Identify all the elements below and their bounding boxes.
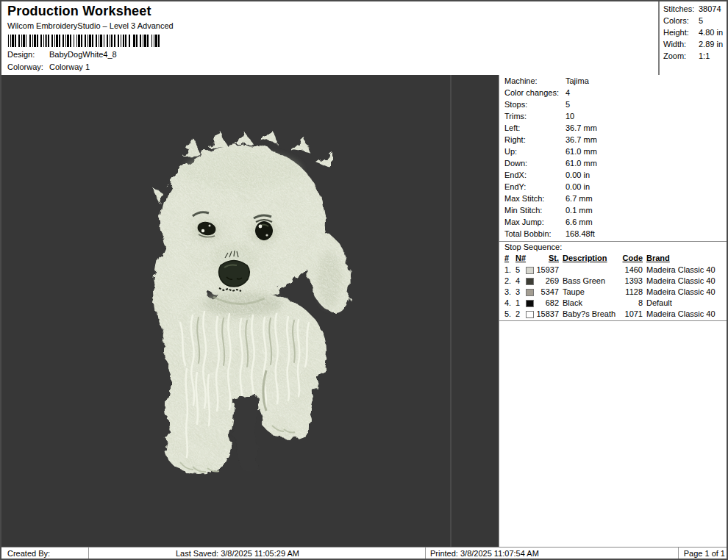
- col-code: Code: [615, 254, 643, 262]
- header: Production Worksheet Wilcom EmbroiderySt…: [1, 1, 727, 76]
- row-brand: Madeira Classic 40: [646, 276, 715, 285]
- summary-value: 1:1: [699, 51, 710, 60]
- info-row: EndX:0.00 in: [499, 170, 727, 182]
- row-needle: 4: [515, 276, 520, 285]
- row-num: 3.: [504, 287, 511, 296]
- info-value: 36.7 mm: [565, 135, 597, 144]
- info-label: Trims:: [504, 112, 527, 121]
- info-label: Stops:: [504, 100, 527, 109]
- row-description: Baby?s Breath: [563, 309, 615, 318]
- footer-divider: [88, 548, 89, 559]
- summary-value: 2.89 in: [699, 40, 723, 49]
- created-by-label: Created By:: [7, 549, 50, 558]
- stop-table-header: # N# St. Description Code Brand: [499, 254, 727, 265]
- row-code: 8: [615, 298, 643, 307]
- info-value: 168.48ft: [565, 229, 595, 238]
- summary-row: Stitches:38074: [660, 4, 728, 16]
- row-num: 4.: [504, 298, 511, 307]
- row-stitches: 5347: [532, 287, 559, 296]
- summary-row: Zoom:1:1: [660, 51, 728, 63]
- col-num: #: [504, 254, 509, 262]
- stop-table-row: 5. 2 15837 Baby?s Breath 1071 Madeira Cl…: [499, 309, 727, 320]
- summary-value: 4.80 in: [699, 28, 723, 37]
- last-saved-label: Last Saved: 3/8/2025 11:05:29 AM: [176, 549, 299, 558]
- info-value: Tajima: [565, 76, 589, 85]
- info-label: Right:: [504, 135, 526, 144]
- row-stitches: 682: [532, 298, 559, 307]
- summary-row: Colors:5: [660, 16, 728, 28]
- info-label: EndX:: [504, 170, 527, 179]
- row-brand: Madeira Classic 40: [646, 265, 715, 274]
- row-description: Bass Green: [563, 276, 605, 285]
- summary-value: 38074: [699, 4, 721, 13]
- row-needle: 3: [515, 287, 520, 296]
- row-num: 1.: [504, 265, 511, 274]
- design-canvas: [1, 75, 499, 547]
- info-row: Stops:5: [499, 100, 727, 112]
- design-value: BabyDogWhite4_8: [49, 50, 117, 59]
- info-row: Trims:10: [499, 112, 727, 123]
- info-value: 61.0 mm: [565, 147, 597, 156]
- info-label: Down:: [504, 159, 527, 168]
- info-label: Machine:: [504, 76, 538, 85]
- info-row: EndY:0.00 in: [499, 182, 727, 194]
- info-label: Min Stitch:: [504, 206, 542, 215]
- app-subtitle: Wilcom EmbroideryStudio – Level 3 Advanc…: [7, 21, 174, 30]
- summary-label: Width:: [663, 40, 686, 49]
- info-row: Total Bobbin:168.48ft: [499, 229, 727, 241]
- stop-table-row: 4. 1 682 Black 8 Default: [499, 298, 727, 309]
- stop-sequence-divider: [499, 241, 727, 242]
- row-code: 1071: [615, 309, 643, 318]
- summary-row: Height:4.80 in: [660, 28, 728, 40]
- row-stitches: 15837: [532, 309, 559, 318]
- info-row: Max Jump:6.6 mm: [499, 218, 727, 229]
- info-value: 4: [565, 88, 570, 97]
- info-value: 6.7 mm: [565, 194, 593, 203]
- row-brand: Madeira Classic 40: [646, 309, 715, 318]
- info-row: Right:36.7 mm: [499, 135, 727, 147]
- row-brand: Madeira Classic 40: [646, 287, 715, 296]
- info-label: Color changes:: [504, 88, 559, 97]
- info-value: 6.6 mm: [565, 218, 593, 226]
- summary-label: Zoom:: [663, 51, 686, 60]
- summary-value: 5: [699, 16, 703, 25]
- row-num: 5.: [504, 309, 511, 318]
- info-label: Max Jump:: [504, 218, 544, 226]
- page-number: Page 1 of 1: [663, 549, 725, 558]
- production-worksheet-page: Production Worksheet Wilcom EmbroiderySt…: [0, 0, 728, 560]
- info-value: 0.1 mm: [565, 206, 593, 215]
- summary-row: Width:2.89 in: [660, 40, 728, 51]
- stop-sequence-title: Stop Sequence:: [504, 243, 562, 251]
- row-code: 1128: [615, 287, 643, 296]
- colorway-value: Colorway 1: [49, 62, 90, 71]
- footer: Created By: Last Saved: 3/8/2025 11:05:2…: [1, 547, 727, 559]
- info-panel: Machine:Tajima Color changes:4 Stops:5 T…: [499, 75, 727, 547]
- info-row: Min Stitch:0.1 mm: [499, 206, 727, 218]
- summary-label: Colors:: [663, 16, 689, 25]
- info-value: 61.0 mm: [565, 159, 597, 168]
- info-value: 10: [565, 112, 574, 121]
- stop-table-row: 3. 3 5347 Taupe 1128 Madeira Classic 40: [499, 287, 727, 298]
- colorway-row: Colorway: Colorway 1: [1, 62, 296, 73]
- info-row: Down:61.0 mm: [499, 159, 727, 170]
- footer-divider: [425, 548, 426, 559]
- printed-label: Printed: 3/8/2025 11:07:54 AM: [430, 549, 539, 558]
- stop-table-row: 2. 4 269 Bass Green 1393 Madeira Classic…: [499, 276, 727, 287]
- info-label: Up:: [504, 147, 517, 156]
- row-description: Taupe: [563, 287, 585, 296]
- row-stitches: 15937: [532, 265, 559, 274]
- summary-box: Stitches:38074 Colors:5 Height:4.80 in W…: [658, 1, 728, 75]
- page-title: Production Worksheet: [7, 4, 151, 19]
- summary-label: Stitches:: [663, 4, 694, 13]
- design-label: Design:: [7, 50, 35, 59]
- info-row: Up:61.0 mm: [499, 147, 727, 159]
- info-label: EndY:: [504, 182, 526, 191]
- colorway-label: Colorway:: [7, 62, 43, 71]
- row-stitches: 269: [532, 276, 559, 285]
- info-row: Max Stitch:6.7 mm: [499, 194, 727, 206]
- info-label: Left:: [504, 123, 520, 132]
- row-needle: 2: [515, 309, 520, 318]
- summary-label: Height:: [663, 28, 689, 37]
- table-bottom-rule: [499, 320, 727, 321]
- info-row: Machine:Tajima: [499, 76, 727, 88]
